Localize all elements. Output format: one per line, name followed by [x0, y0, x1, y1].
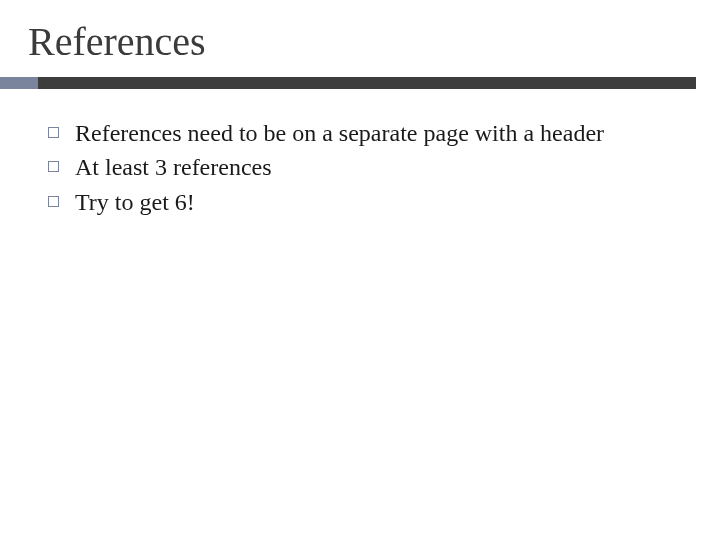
- list-item: At least 3 references: [48, 151, 680, 183]
- divider-accent-block: [0, 77, 38, 89]
- bullet-text: References need to be on a separate page…: [75, 117, 604, 149]
- divider-main-line: [38, 77, 696, 89]
- list-item: Try to get 6!: [48, 186, 680, 218]
- bullet-text: Try to get 6!: [75, 186, 195, 218]
- square-bullet-icon: [48, 127, 59, 138]
- slide-container: References References need to be on a se…: [0, 0, 720, 540]
- square-bullet-icon: [48, 161, 59, 172]
- title-divider: [0, 77, 720, 89]
- square-bullet-icon: [48, 196, 59, 207]
- bullet-text: At least 3 references: [75, 151, 272, 183]
- slide-title: References: [0, 18, 720, 65]
- list-item: References need to be on a separate page…: [48, 117, 680, 149]
- slide-content: References need to be on a separate page…: [0, 117, 720, 218]
